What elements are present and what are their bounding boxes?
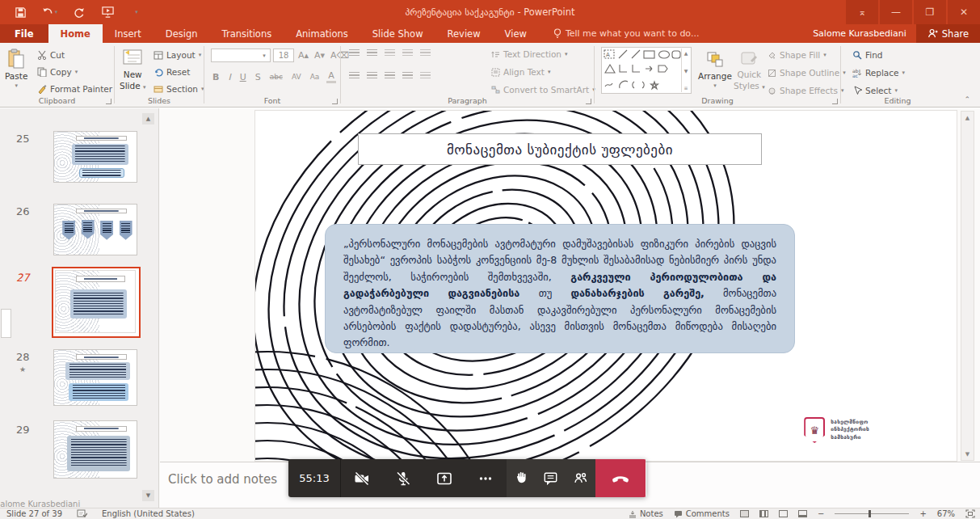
new-slide-button[interactable]: New Slide ▾ (120, 44, 145, 91)
zoom-slider[interactable] (835, 513, 909, 514)
collapse-ribbon-icon[interactable]: ⌃ (964, 95, 970, 103)
slideshow-view-button[interactable] (798, 510, 807, 517)
thumbnails-scroll-up-icon[interactable]: ▲ (142, 113, 154, 124)
scrollbar-thumb[interactable] (1, 309, 11, 338)
tab-view[interactable]: View (493, 24, 539, 43)
slide-thumbnail-28[interactable] (53, 349, 137, 406)
text-shadow-button[interactable]: S (254, 72, 263, 82)
shape-fill-button[interactable]: Shape Fill▾ (768, 48, 846, 62)
copy-button[interactable]: Copy▾ (37, 65, 112, 79)
vertical-scrollbar[interactable]: ▲ ▼ (961, 111, 974, 461)
tell-me-box[interactable]: Tell me what you want to do... (539, 24, 700, 43)
slide-body-textbox[interactable]: „პერსონალური მონაცემების ავტომატური დამუ… (325, 224, 795, 353)
scroll-down-icon[interactable]: ▼ (962, 449, 973, 459)
cut-button[interactable]: Cut (37, 48, 112, 62)
hang-up-button[interactable] (595, 459, 646, 497)
convert-to-smartart-button[interactable]: Convert to SmartArt▾ (491, 82, 595, 97)
section-button[interactable]: Section▾ (154, 82, 204, 96)
redo-icon[interactable] (69, 3, 87, 21)
paste-button[interactable]: Paste▾ (5, 44, 27, 89)
tab-animations[interactable]: Animations (284, 24, 360, 43)
thumbnails-scroll-down-icon[interactable]: ▼ (142, 490, 154, 501)
notes-toggle[interactable]: Notes (629, 509, 663, 518)
reading-view-button[interactable] (779, 510, 788, 517)
customize-quick-access-icon[interactable]: ▾ (128, 3, 145, 21)
language-indicator[interactable]: English (United States) (102, 509, 195, 518)
underline-button[interactable]: U (238, 72, 248, 82)
undo-icon[interactable]: ▾ (40, 3, 58, 21)
decrease-font-size-icon[interactable]: A▾ (313, 50, 326, 61)
share-button[interactable]: Share (916, 24, 980, 43)
zoom-level[interactable]: 67% (937, 509, 955, 518)
slide-sorter-view-button[interactable] (759, 510, 768, 517)
text-direction-button[interactable]: Text Direction▾ (491, 47, 595, 61)
zoom-slider-thumb[interactable] (869, 510, 871, 517)
replace-button[interactable]: abac Replace▾ (852, 65, 905, 80)
line-spacing-icon[interactable] (420, 49, 431, 57)
shapes-more-icon[interactable]: ≡ (683, 85, 688, 91)
normal-view-button[interactable] (740, 510, 749, 517)
increase-indent-icon[interactable] (402, 49, 413, 57)
shape-outline-button[interactable]: Shape Outline▾ (768, 65, 846, 80)
undo-caret-icon[interactable]: ▾ (55, 9, 58, 15)
ribbon-display-options-icon[interactable]: ⌅ (846, 0, 878, 24)
columns-icon[interactable] (420, 72, 431, 80)
participants-button[interactable] (567, 465, 595, 492)
scroll-up-icon[interactable]: ▲ (962, 112, 973, 123)
account-name[interactable]: Salome Kurasbediani (813, 24, 916, 43)
tab-insert[interactable]: Insert (103, 24, 154, 43)
shapes-gallery[interactable]: A ▲▼≡ (601, 47, 692, 94)
slide-title-placeholder[interactable]: მონაცემთა სუბიექტის უფლებები (358, 133, 762, 165)
zoom-in-button[interactable]: + (919, 509, 926, 518)
slide-thumbnail-29[interactable] (53, 420, 137, 479)
arrange-button[interactable]: Arrange▾ (698, 46, 732, 89)
align-text-button[interactable]: Align Text▾ (491, 65, 595, 79)
font-color-button[interactable]: A (326, 70, 336, 83)
slide-thumbnail-27-selected[interactable] (52, 267, 141, 338)
drawing-dialog-launcher-icon[interactable] (832, 99, 838, 104)
align-center-icon[interactable] (367, 72, 377, 80)
tab-review[interactable]: Review (435, 24, 493, 43)
tab-home[interactable]: Home (48, 24, 103, 43)
minimize-icon[interactable]: — (880, 0, 912, 24)
reset-button[interactable]: Reset (154, 65, 204, 79)
camera-off-button[interactable] (348, 465, 376, 492)
character-spacing-button[interactable]: AV (290, 73, 303, 81)
increase-font-size-icon[interactable]: A▴ (297, 50, 310, 61)
raise-hand-button[interactable] (507, 465, 535, 492)
justify-icon[interactable] (402, 72, 413, 80)
font-name-combobox[interactable]: ▾ (211, 49, 271, 62)
shapes-scroll-down-icon[interactable]: ▼ (684, 68, 688, 74)
decrease-indent-icon[interactable] (385, 49, 395, 57)
mic-off-button[interactable] (389, 465, 417, 492)
format-painter-button[interactable]: Format Painter (37, 82, 112, 96)
layout-button[interactable]: Layout▾ (154, 48, 204, 62)
slide-thumbnail-26[interactable] (53, 204, 137, 255)
font-dialog-launcher-icon[interactable] (332, 99, 338, 104)
change-case-button[interactable]: Aa (309, 73, 322, 81)
chat-button[interactable] (537, 465, 565, 492)
maximize-icon[interactable]: ❐ (914, 0, 946, 24)
close-icon[interactable]: ✕ (948, 0, 980, 24)
bold-button[interactable]: B (211, 72, 221, 82)
save-icon[interactable] (11, 3, 29, 21)
spell-check-icon[interactable] (77, 509, 87, 518)
zoom-out-button[interactable]: − (818, 509, 824, 518)
tab-slideshow[interactable]: Slide Show (360, 24, 435, 43)
bullets-icon[interactable] (349, 49, 360, 57)
tab-file[interactable]: File (0, 24, 48, 43)
more-options-button[interactable] (472, 465, 499, 492)
italic-button[interactable]: I (226, 72, 232, 82)
clipboard-dialog-launcher-icon[interactable] (106, 99, 111, 104)
tab-transitions[interactable]: Transitions (210, 24, 284, 43)
comments-toggle[interactable]: Comments (674, 509, 730, 518)
align-left-icon[interactable] (349, 72, 360, 80)
start-from-beginning-icon[interactable] (99, 3, 116, 21)
font-size-combobox[interactable]: 18 (273, 49, 294, 62)
tab-design[interactable]: Design (154, 24, 210, 43)
quick-styles-button[interactable]: Quick Styles ▾ (734, 46, 765, 91)
strikethrough-button[interactable]: abc (268, 73, 284, 81)
shapes-scroll-up-icon[interactable]: ▲ (684, 50, 688, 56)
align-right-icon[interactable] (385, 72, 395, 80)
numbering-icon[interactable] (367, 49, 377, 57)
